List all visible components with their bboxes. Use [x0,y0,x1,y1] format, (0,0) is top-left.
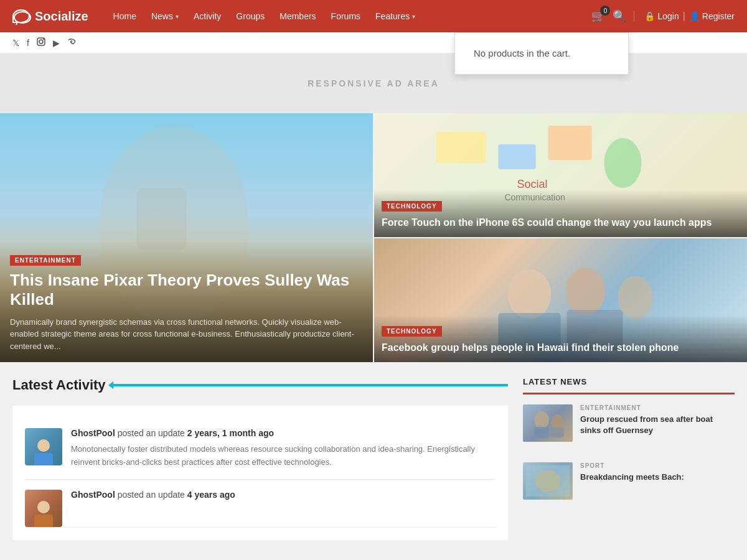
news-category-2: SPORT [580,462,735,469]
register-icon: 👤 [689,11,700,21]
activity-item: GhostPool posted an update 2 years, 1 mo… [25,418,496,480]
avatar-body [34,453,53,465]
avatar-figure [25,428,62,465]
featured-bottom-right[interactable]: TECHNOLOGY Facebook group helps people i… [374,238,747,362]
cart-badge: 0 [600,6,610,16]
activity-title-accent [113,384,508,386]
latest-news-title: LATEST NEWS [523,377,735,394]
featured-grid: ENTERTAINMENT This Insane Pixar Theory P… [0,113,747,362]
nav-members[interactable]: Members [273,7,322,25]
activity-item-2: GhostPool posted an update 4 years ago [25,480,496,528]
search-icon: 🔍 [613,10,626,22]
cart-empty-message: No products in the cart. [474,48,570,58]
nav-right: 🛒 0 🔍 🔒 Login | 👤 Register [591,9,735,23]
avatar-body-2 [34,515,53,527]
featured-bottom-right-title: Facebook group helps people in Hawaii fi… [382,342,740,355]
news-chevron-icon: ▾ [176,13,179,20]
featured-top-right-overlay: TECHNOLOGY Force Touch on the iPhone 6S … [374,190,747,237]
svg-rect-18 [534,427,549,438]
news-thumb-2 [523,462,573,500]
featured-top-right-category: TECHNOLOGY [382,201,442,212]
avatar-head [37,439,50,452]
svg-point-22 [535,470,560,492]
activity-action-2: posted an update [118,490,187,500]
featured-main-item[interactable]: ENTERTAINMENT This Insane Pixar Theory P… [0,113,373,362]
nav-groups[interactable]: Groups [230,7,271,25]
svg-point-0 [14,12,31,23]
svg-point-2 [39,40,43,44]
svg-point-17 [534,411,549,429]
main-content: Latest Activity GhostPool posted an upda… [0,362,747,555]
ad-area: RESPONSIVE AD AREA [0,54,747,113]
svg-rect-20 [550,427,564,437]
activity-card: GhostPool posted an update 2 years, 1 mo… [12,406,508,540]
register-button[interactable]: 👤 Register [689,11,735,21]
activity-meta-2: GhostPool posted an update 4 years ago [71,490,496,500]
featured-main-title: This Insane Pixar Theory Proves Sulley W… [10,271,363,309]
cart-dropdown: No products in the cart. [454,32,629,75]
activity-content-1: GhostPool posted an update 2 years, 1 mo… [71,428,496,469]
svg-rect-8 [548,126,592,160]
nav-news[interactable]: News ▾ [145,7,185,25]
activity-time-2: 4 years ago [187,490,235,500]
news-title-2: Breakdancing meets Bach: [580,472,735,483]
svg-point-12 [508,269,552,319]
nav-forums[interactable]: Forums [325,7,367,25]
youtube-icon[interactable]: ▶ [53,38,60,48]
featured-bottom-right-category: TECHNOLOGY [382,326,442,337]
latest-news-section: LATEST NEWS ENTERTAINMENT Group [523,377,735,510]
nav-activity[interactable]: Activity [187,7,227,25]
activity-user-2: GhostPool [71,490,115,500]
news-thumb-image-2 [523,462,573,500]
nav-home[interactable]: Home [107,7,143,25]
svg-rect-6 [436,132,486,163]
activity-avatar-1 [25,428,62,465]
cart-button[interactable]: 🛒 0 [591,9,605,23]
brand-logo[interactable]: Socialize [12,9,88,24]
svg-text:Social: Social [517,178,548,190]
news-title-1: Group rescued from sea after boat sinks … [580,414,735,436]
featured-top-right[interactable]: Social Communication TECHNOLOGY Force To… [374,113,747,237]
avatar-figure-2 [25,490,62,527]
news-thumb-1 [523,404,573,442]
news-item-2[interactable]: SPORT Breakdancing meets Bach: [523,462,735,510]
nav-links: Home News ▾ Activity Groups Members Foru… [107,7,592,25]
instagram-icon[interactable] [37,37,45,48]
avatar-head-2 [37,501,50,513]
news-meta-1: ENTERTAINMENT Group rescued from sea aft… [580,404,735,442]
login-button[interactable]: 🔒 Login [644,11,679,21]
news-category-1: ENTERTAINMENT [580,404,735,411]
social-bar: 𝕏 f ▶ [0,32,747,54]
activity-time-1: 2 years, 1 month ago [187,428,274,438]
featured-main-category: ENTERTAINMENT [10,255,81,266]
sidebar: LATEST NEWS ENTERTAINMENT Group [523,377,735,540]
news-item-1[interactable]: ENTERTAINMENT Group rescued from sea aft… [523,404,735,452]
latest-activity-section: Latest Activity GhostPool posted an upda… [12,377,508,540]
featured-main-overlay: ENTERTAINMENT This Insane Pixar Theory P… [0,241,373,362]
facebook-icon[interactable]: f [27,38,29,48]
search-button[interactable]: 🔍 [613,9,626,23]
activity-user-1: GhostPool [71,428,115,438]
featured-main-desc: Dynamically brand synergistic schemas vi… [10,316,363,353]
featured-bottom-right-overlay: TECHNOLOGY Facebook group helps people i… [374,315,747,362]
ad-label: RESPONSIVE AD AREA [308,78,439,88]
brand-name: Socialize [35,9,88,24]
svg-point-13 [566,268,606,315]
twitter-icon[interactable]: 𝕏 [12,38,19,48]
features-chevron-icon: ▾ [412,13,415,20]
vimeo-icon[interactable] [67,37,77,48]
featured-top-right-title: Force Touch on the iPhone 6S could chang… [382,217,740,230]
brand-icon [12,9,30,23]
activity-avatar-2 [25,490,62,527]
activity-action-1: posted an update [118,428,187,438]
svg-point-3 [43,39,44,40]
navbar: Socialize Home News ▾ Activity Groups Me… [0,0,747,32]
nav-features[interactable]: Features ▾ [369,7,421,25]
svg-rect-7 [499,144,536,169]
lock-icon: 🔒 [644,11,655,21]
news-thumb-image-1 [523,404,573,442]
news-meta-2: SPORT Breakdancing meets Bach: [580,462,735,500]
activity-meta-1: GhostPool posted an update 2 years, 1 mo… [71,428,496,438]
svg-point-9 [604,138,642,188]
svg-point-19 [551,414,563,429]
